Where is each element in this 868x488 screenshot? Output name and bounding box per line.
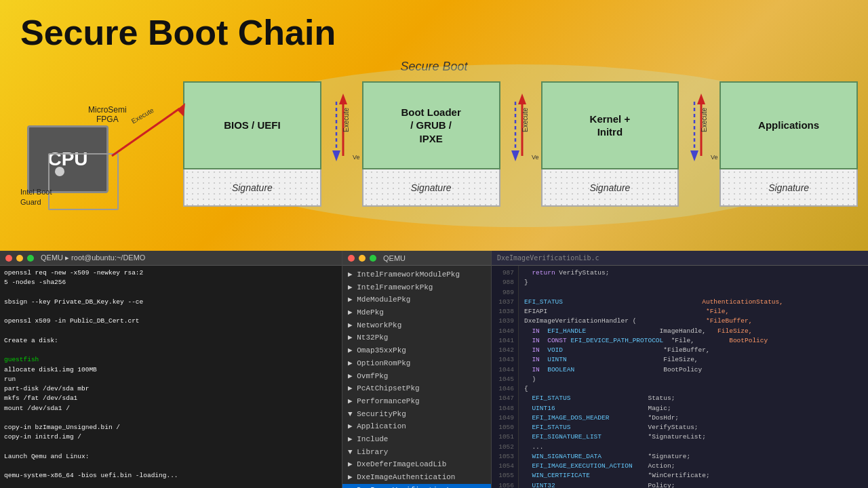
svg-text:Verify: Verify <box>711 154 718 161</box>
tree-item[interactable]: ▶ IntelFrameworkModulePkg <box>342 268 491 281</box>
term-line: openssl x509 -in Public_DB_Cert.crt <box>4 317 338 326</box>
tree-item[interactable]: ▶ PerformancePkg <box>342 395 491 408</box>
svg-text:Execute: Execute <box>701 107 708 132</box>
svg-marker-9 <box>511 150 519 161</box>
tree-item[interactable]: ▶ DxeImageAuthentication <box>342 471 491 484</box>
code-line: EFI_STATUS VerifyStatus; <box>524 423 863 432</box>
code-title: DxeImageVerificationLib.c <box>497 254 599 262</box>
term-line: openssl req -new -x509 -newkey rsa:2 <box>4 268 338 278</box>
tree-close-dot <box>348 255 355 262</box>
applications-signature: Signature <box>719 169 858 207</box>
term-line: allocate disk1.img 100MB <box>4 365 338 375</box>
code-line: WIN_CERTIFICATE *WinCertificate; <box>524 471 863 481</box>
cpu-dot <box>55 167 64 176</box>
tree-item[interactable]: ▶ OvmfPkg <box>342 370 491 383</box>
code-line: EFI_IMAGE_DOS_HEADER *DosHdr; <box>524 413 863 423</box>
term-line <box>4 462 338 471</box>
chain-container: BIOS / UEFI Signature Execute Verify Boo… <box>183 81 858 207</box>
applications-label: Applications <box>719 81 858 169</box>
tree-item[interactable]: ▶ DxeDeferImageLoadLib <box>342 458 491 471</box>
kernel-signature: Signature <box>541 169 679 207</box>
code-line: UINT16 Magic; <box>524 404 863 413</box>
bottom-panel: QEMU ▸ root@ubuntu:~/DEMO openssl req -n… <box>0 251 868 488</box>
svg-text:Verify: Verify <box>532 154 539 161</box>
fpga-label: MicroSemiFPGA <box>88 105 127 125</box>
tree-item[interactable]: ▼ Library <box>342 446 491 459</box>
code-line: EFI_SIGNATURE_LIST *SignatureList; <box>524 432 863 442</box>
slide-title: Secure Boot Chain <box>0 0 868 53</box>
tree-item[interactable]: ▶ Include <box>342 433 491 446</box>
svg-text:Execute: Execute <box>342 107 350 132</box>
tree-item[interactable]: ▶ NetworkPkg <box>342 319 491 332</box>
svg-text:Execute: Execute <box>521 107 529 132</box>
code-line: IN CONST EFI_DEVICE_PATH_PROTOCOL *File,… <box>524 336 863 346</box>
code-line: ... <box>524 443 863 452</box>
bios-signature: Signature <box>183 169 321 207</box>
arrow-3: Execute Verify <box>679 81 719 169</box>
tree-item[interactable]: ▶ MdeModulePkg <box>342 293 491 306</box>
tree-item[interactable]: ▶ Nt32Pkg <box>342 331 491 344</box>
code-line: IN EFI_HANDLE ImageHandle, FileSize, <box>524 327 863 336</box>
term-line <box>4 481 338 489</box>
code-line: UINT32 Policy; <box>524 481 863 489</box>
term-line: sbsign --key Private_DB_Key.key --ce <box>4 298 338 307</box>
line-numbers: 987 988 989 1037 1038 1039 1040 1041 104… <box>492 266 519 488</box>
terminal-titlebar: QEMU ▸ root@ubuntu:~/DEMO <box>0 251 342 266</box>
tree-item[interactable]: ▶ MdePkg <box>342 306 491 319</box>
code-line: EFI_STATUS Status; <box>524 394 863 403</box>
dxe-image-verification-item[interactable]: ▼ DxeImageVerificationL <box>342 484 491 488</box>
code-line: IN BOOLEAN BootPolicy <box>524 365 863 375</box>
execute-arrow-3: Execute Verify <box>681 88 718 169</box>
svg-text:Verify: Verify <box>353 154 360 161</box>
presentation-slide: Secure Boot Chain Secure Boot MicroSemiF… <box>0 0 868 251</box>
terminal-title: QEMU ▸ root@ubuntu:~/DEMO <box>41 253 145 262</box>
tree-item[interactable]: ▶ Application <box>342 420 491 433</box>
term-line: copy-in initrd.img / <box>4 432 338 442</box>
code-line: IN VOID *FileBuffer, <box>524 346 863 355</box>
tree-item[interactable]: ▶ Omap35xxPkg <box>342 344 491 357</box>
tree-title: QEMU <box>383 254 406 262</box>
term-line <box>4 288 338 298</box>
term-line: run <box>4 375 338 384</box>
code-titlebar: DxeImageVerificationLib.c <box>492 251 868 266</box>
file-tree-panel[interactable]: QEMU ▶ IntelFrameworkModulePkg ▶ IntelFr… <box>342 251 492 488</box>
bios-box: BIOS / UEFI Signature <box>183 81 321 207</box>
cpu-chip: CPU <box>27 125 108 193</box>
bios-label: BIOS / UEFI <box>183 81 321 169</box>
tree-item[interactable]: ▶ IntelFrameworkPkg <box>342 281 491 294</box>
execute-arrow-1: Execute Verify <box>323 88 360 169</box>
minimize-dot <box>16 255 23 262</box>
bootloader-signature: Signature <box>362 169 500 207</box>
code-line: return VerifyStatus; <box>524 268 863 278</box>
term-line: mount /dev/sda1 / <box>4 404 338 413</box>
term-line <box>4 346 338 355</box>
close-dot <box>5 255 12 262</box>
security-pkg-item[interactable]: ▼ SecurityPkg <box>342 408 491 421</box>
term-line <box>4 413 338 423</box>
svg-marker-7 <box>518 94 526 104</box>
arrow-1: Execute Verify <box>321 81 362 169</box>
tree-item[interactable]: ▶ PcAtChipsetPkg <box>342 382 491 395</box>
cpu-area: MicroSemiFPGA CPU Intel BootGuard <box>14 105 149 214</box>
terminal-panel[interactable]: QEMU ▸ root@ubuntu:~/DEMO openssl req -n… <box>0 251 342 488</box>
tree-titlebar: QEMU <box>342 251 491 266</box>
term-line: Launch Qemu and Linux: <box>4 452 338 462</box>
code-line: DxeImageVerificationHandler ( *FileBuffe… <box>524 317 863 326</box>
maximize-dot <box>27 255 34 262</box>
svg-marker-15 <box>690 150 698 161</box>
bootloader-label: Boot Loader/ GRUB /IPXE <box>362 81 500 169</box>
tree-item[interactable]: ▶ OptionRomPkg <box>342 357 491 370</box>
code-line: } <box>524 278 863 287</box>
code-line: EFIAPI *File, <box>524 307 863 317</box>
svg-marker-1 <box>339 94 347 104</box>
code-text: return VerifyStatus; } EFI_STATUS Authen… <box>519 266 868 488</box>
applications-box: Applications Signature <box>719 81 858 207</box>
term-line: qemu-system-x86_64 -bios uefi.bin -loadi… <box>4 471 338 481</box>
term-line: 5 -nodes -sha256 <box>4 278 338 287</box>
term-line <box>4 327 338 336</box>
term-line: copy-in bzImage_Unsigned.bin / <box>4 423 338 432</box>
tree-max-dot <box>370 255 376 262</box>
code-line: ) <box>524 375 863 384</box>
tree-min-dot <box>359 255 366 262</box>
term-line: Create a disk: <box>4 336 338 346</box>
